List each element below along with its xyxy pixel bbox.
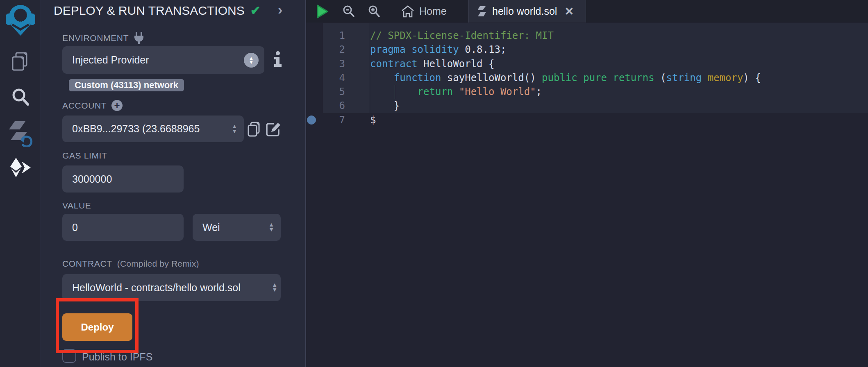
zoom-in-button[interactable] xyxy=(368,0,381,23)
tab-hello-world-label: hello world.sol xyxy=(492,5,557,17)
panel-title-row: DEPLOY & RUN TRANSACTIONS ✔ xyxy=(54,3,261,18)
code-line-1[interactable]: 1// SPDX-License-Identifier: MIT xyxy=(306,29,868,43)
zoom-out-button[interactable] xyxy=(342,0,355,23)
value-unit: Wei xyxy=(202,222,220,233)
account-select-caret-icon: ▲▼ xyxy=(232,124,237,134)
value-unit-caret-icon: ▲▼ xyxy=(268,222,274,232)
home-icon xyxy=(401,5,414,18)
activity-bar xyxy=(0,0,41,367)
environment-label: ENVIRONMENT xyxy=(62,33,129,43)
plug-icon xyxy=(134,32,144,44)
publish-to-ipfs-checkbox[interactable] xyxy=(62,349,76,363)
publish-to-ipfs-label: Publish to IPFS xyxy=(82,350,152,364)
compile-success-check-icon: ✔ xyxy=(250,3,261,18)
solidity-file-icon xyxy=(477,6,486,17)
gas-limit-value: 3000000 xyxy=(72,173,112,185)
deploy-button[interactable]: Deploy xyxy=(62,313,132,341)
deploy-run-panel: DEPLOY & RUN TRANSACTIONS ✔ › ENVIRONMEN… xyxy=(41,0,306,367)
code-text: return "Hello World"; xyxy=(345,85,542,99)
panel-title: DEPLOY & RUN TRANSACTIONS xyxy=(54,4,245,18)
copy-account-icon[interactable] xyxy=(247,121,261,137)
code-text: function sayHelloWorld() public pure ret… xyxy=(345,71,761,85)
line-number: 1 xyxy=(306,29,345,43)
solidity-compiler-icon[interactable] xyxy=(0,120,41,147)
environment-select[interactable]: Injected Provider ▲▼ xyxy=(62,46,264,74)
contract-select-caret-icon: ▲▼ xyxy=(272,283,277,292)
editor-region: Home hello world.sol ✕ 1// SPDX-License-… xyxy=(306,0,868,367)
environment-info-icon[interactable] xyxy=(273,51,283,67)
code-line-2[interactable]: 2pragma solidity 0.8.13; xyxy=(306,43,868,57)
code-lines: 1// SPDX-License-Identifier: MIT2pragma … xyxy=(306,29,868,127)
value-input[interactable]: 0 xyxy=(62,214,184,241)
value-unit-select[interactable]: Wei ▲▼ xyxy=(193,214,281,241)
code-text: pragma solidity 0.8.13; xyxy=(345,43,506,57)
edit-account-icon[interactable] xyxy=(266,121,281,137)
account-label-row: ACCOUNT + xyxy=(62,100,123,111)
code-text: contract HelloWorld { xyxy=(345,57,494,71)
tab-hello-world-sol[interactable]: hello world.sol ✕ xyxy=(468,0,586,23)
code-line-3[interactable]: 3contract HelloWorld { xyxy=(306,57,868,71)
environment-value: Injected Provider xyxy=(72,54,149,66)
editor-tab-bar: Home hello world.sol ✕ xyxy=(306,0,868,23)
environment-select-caret-icon: ▲▼ xyxy=(244,53,259,68)
code-text: } xyxy=(345,99,400,113)
tab-home-label: Home xyxy=(419,5,447,17)
line-number: 3 xyxy=(306,57,345,71)
code-editor[interactable]: 1// SPDX-License-Identifier: MIT2pragma … xyxy=(306,23,868,367)
line-number: 4 xyxy=(306,71,345,85)
add-account-icon[interactable]: + xyxy=(111,100,123,111)
environment-label-row: ENVIRONMENT xyxy=(62,32,144,44)
tab-home[interactable]: Home xyxy=(397,0,451,23)
network-badge: Custom (43113) network xyxy=(69,79,184,91)
contract-label: CONTRACT xyxy=(62,259,112,269)
run-script-button[interactable] xyxy=(317,0,328,23)
close-tab-icon[interactable]: ✕ xyxy=(564,5,574,18)
contract-label-row: CONTRACT (Compiled by Remix) xyxy=(62,259,199,269)
account-label: ACCOUNT xyxy=(62,101,107,111)
file-explorer-icon[interactable] xyxy=(0,52,41,72)
value-amount: 0 xyxy=(72,222,78,233)
code-line-7[interactable]: 7$ xyxy=(306,113,868,127)
value-label: VALUE xyxy=(62,201,91,211)
contract-select[interactable]: HelloWorld - contracts/hello world.sol ▲… xyxy=(62,274,281,301)
contract-sublabel: (Compiled by Remix) xyxy=(117,259,199,269)
gas-limit-input[interactable]: 3000000 xyxy=(62,165,184,193)
code-text: $ xyxy=(345,113,376,127)
search-icon[interactable] xyxy=(0,88,41,106)
gas-limit-label: GAS LIMIT xyxy=(62,151,107,161)
code-text: // SPDX-License-Identifier: MIT xyxy=(345,29,554,43)
code-line-5[interactable]: 5 return "Hello World"; xyxy=(306,85,868,99)
breakpoint-dot-icon[interactable] xyxy=(307,116,316,125)
remix-logo-icon xyxy=(0,2,41,36)
line-number: 2 xyxy=(306,43,345,57)
code-line-4[interactable]: 4 function sayHelloWorld() public pure r… xyxy=(306,71,868,85)
code-line-6[interactable]: 6 } xyxy=(306,99,868,113)
deploy-and-run-icon[interactable] xyxy=(0,157,41,178)
account-value: 0xBB9...29733 (23.6688965 xyxy=(72,123,200,135)
line-number: 5 xyxy=(306,85,345,99)
collapse-panel-chevron-icon[interactable]: › xyxy=(278,2,282,18)
contract-value: HelloWorld - contracts/hello world.sol xyxy=(72,282,241,294)
line-number: 6 xyxy=(306,99,345,113)
account-select[interactable]: 0xBB9...29733 (23.6688965 ▲▼ xyxy=(62,116,244,142)
